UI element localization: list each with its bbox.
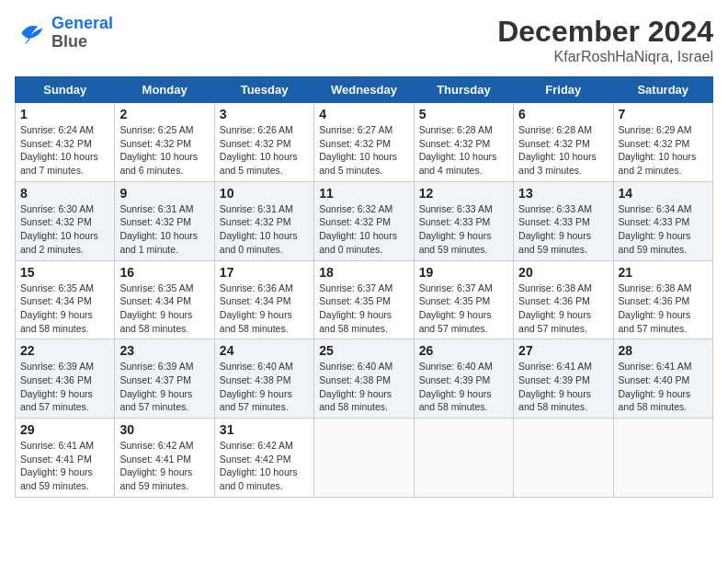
calendar-cell: 2Sunrise: 6:25 AMSunset: 4:32 PMDaylight… [115, 103, 214, 182]
day-info: Sunrise: 6:34 AMSunset: 4:33 PMDaylight:… [619, 202, 708, 257]
day-info: Sunrise: 6:40 AMSunset: 4:39 PMDaylight:… [419, 360, 508, 414]
day-info: Sunrise: 6:38 AMSunset: 4:36 PMDaylight:… [619, 282, 708, 336]
calendar-cell: 4Sunrise: 6:27 AMSunset: 4:32 PMDaylight… [314, 103, 414, 182]
day-info: Sunrise: 6:33 AMSunset: 4:33 PMDaylight:… [518, 202, 608, 257]
calendar-cell: 6Sunrise: 6:28 AMSunset: 4:32 PMDaylight… [514, 103, 613, 182]
day-info: Sunrise: 6:26 AMSunset: 4:32 PMDaylight:… [220, 123, 309, 178]
calendar-cell: 11Sunrise: 6:32 AMSunset: 4:32 PMDayligh… [314, 181, 414, 260]
day-number: 1 [20, 107, 109, 121]
calendar-cell: 23Sunrise: 6:39 AMSunset: 4:37 PMDayligh… [115, 339, 214, 419]
day-info: Sunrise: 6:37 AMSunset: 4:35 PMDaylight:… [419, 282, 508, 336]
calendar-header-sunday: Sunday [16, 77, 115, 103]
calendar-header-wednesday: Wednesday [314, 77, 414, 103]
calendar-cell: 26Sunrise: 6:40 AMSunset: 4:39 PMDayligh… [414, 339, 513, 419]
day-info: Sunrise: 6:33 AMSunset: 4:33 PMDaylight:… [419, 202, 508, 257]
calendar-cell: 27Sunrise: 6:41 AMSunset: 4:39 PMDayligh… [514, 339, 613, 419]
day-number: 8 [20, 186, 109, 201]
day-info: Sunrise: 6:41 AMSunset: 4:41 PMDaylight:… [20, 439, 109, 493]
day-number: 5 [419, 107, 508, 121]
day-number: 19 [419, 265, 508, 280]
day-number: 10 [220, 186, 309, 201]
day-info: Sunrise: 6:42 AMSunset: 4:42 PMDaylight:… [220, 439, 309, 493]
day-info: Sunrise: 6:39 AMSunset: 4:37 PMDaylight:… [119, 360, 209, 414]
day-number: 23 [119, 343, 209, 358]
calendar-header-monday: Monday [115, 77, 214, 103]
calendar-cell: 13Sunrise: 6:33 AMSunset: 4:33 PMDayligh… [514, 181, 613, 260]
calendar-week-1: 1Sunrise: 6:24 AMSunset: 4:32 PMDaylight… [16, 103, 713, 182]
calendar-cell: 22Sunrise: 6:39 AMSunset: 4:36 PMDayligh… [16, 339, 115, 419]
calendar-header-friday: Friday [514, 77, 613, 103]
month-title: December 2024 [497, 15, 713, 49]
logo: GeneralBlue [15, 15, 113, 52]
page-header: GeneralBlue December 2024 KfarRoshHaNiqr… [15, 15, 713, 65]
day-info: Sunrise: 6:28 AMSunset: 4:32 PMDaylight:… [419, 123, 508, 178]
logo-text: GeneralBlue [51, 15, 113, 52]
day-info: Sunrise: 6:41 AMSunset: 4:40 PMDaylight:… [619, 360, 708, 414]
calendar-cell: 3Sunrise: 6:26 AMSunset: 4:32 PMDaylight… [214, 103, 313, 182]
day-number: 27 [518, 343, 608, 358]
day-info: Sunrise: 6:31 AMSunset: 4:32 PMDaylight:… [119, 202, 209, 257]
calendar-cell [314, 419, 414, 498]
day-number: 21 [619, 265, 708, 280]
day-info: Sunrise: 6:40 AMSunset: 4:38 PMDaylight:… [319, 360, 408, 414]
calendar-cell: 16Sunrise: 6:35 AMSunset: 4:34 PMDayligh… [115, 260, 214, 339]
calendar-cell: 8Sunrise: 6:30 AMSunset: 4:32 PMDaylight… [16, 181, 115, 260]
calendar-header-thursday: Thursday [414, 77, 513, 103]
day-number: 29 [20, 422, 109, 437]
calendar-cell: 21Sunrise: 6:38 AMSunset: 4:36 PMDayligh… [613, 260, 712, 339]
day-number: 20 [518, 265, 608, 280]
day-number: 22 [20, 343, 109, 358]
day-number: 14 [619, 186, 708, 201]
day-number: 31 [220, 422, 309, 437]
calendar-cell: 14Sunrise: 6:34 AMSunset: 4:33 PMDayligh… [613, 181, 712, 260]
logo-icon [15, 17, 48, 50]
calendar-cell: 5Sunrise: 6:28 AMSunset: 4:32 PMDaylight… [414, 103, 513, 182]
calendar-cell: 12Sunrise: 6:33 AMSunset: 4:33 PMDayligh… [414, 181, 513, 260]
day-number: 3 [220, 107, 309, 121]
day-info: Sunrise: 6:29 AMSunset: 4:32 PMDaylight:… [619, 123, 708, 178]
day-number: 25 [319, 343, 408, 358]
day-info: Sunrise: 6:37 AMSunset: 4:35 PMDaylight:… [319, 282, 408, 336]
day-number: 12 [419, 186, 508, 201]
day-info: Sunrise: 6:31 AMSunset: 4:32 PMDaylight:… [220, 202, 309, 257]
day-info: Sunrise: 6:35 AMSunset: 4:34 PMDaylight:… [20, 282, 109, 336]
calendar-cell: 31Sunrise: 6:42 AMSunset: 4:42 PMDayligh… [214, 419, 313, 498]
day-info: Sunrise: 6:24 AMSunset: 4:32 PMDaylight:… [20, 123, 109, 178]
calendar-week-3: 15Sunrise: 6:35 AMSunset: 4:34 PMDayligh… [16, 260, 713, 339]
calendar-cell [514, 419, 613, 498]
calendar-header-row: SundayMondayTuesdayWednesdayThursdayFrid… [16, 77, 713, 103]
calendar-cell: 19Sunrise: 6:37 AMSunset: 4:35 PMDayligh… [414, 260, 513, 339]
calendar-header-tuesday: Tuesday [214, 77, 313, 103]
day-info: Sunrise: 6:41 AMSunset: 4:39 PMDaylight:… [518, 360, 608, 414]
calendar-week-2: 8Sunrise: 6:30 AMSunset: 4:32 PMDaylight… [16, 181, 713, 260]
day-info: Sunrise: 6:35 AMSunset: 4:34 PMDaylight:… [119, 282, 209, 336]
day-number: 6 [518, 107, 608, 121]
day-info: Sunrise: 6:27 AMSunset: 4:32 PMDaylight:… [319, 123, 408, 178]
calendar-cell: 15Sunrise: 6:35 AMSunset: 4:34 PMDayligh… [16, 260, 115, 339]
day-number: 4 [319, 107, 408, 121]
day-number: 15 [20, 265, 109, 280]
day-number: 2 [119, 107, 209, 121]
day-info: Sunrise: 6:25 AMSunset: 4:32 PMDaylight:… [119, 123, 209, 178]
calendar-cell: 17Sunrise: 6:36 AMSunset: 4:34 PMDayligh… [214, 260, 313, 339]
day-number: 11 [319, 186, 408, 201]
calendar-table: SundayMondayTuesdayWednesdayThursdayFrid… [15, 76, 713, 498]
day-info: Sunrise: 6:40 AMSunset: 4:38 PMDaylight:… [220, 360, 309, 414]
calendar-header-saturday: Saturday [613, 77, 712, 103]
calendar-cell: 28Sunrise: 6:41 AMSunset: 4:40 PMDayligh… [613, 339, 712, 419]
day-info: Sunrise: 6:38 AMSunset: 4:36 PMDaylight:… [518, 282, 608, 336]
day-number: 18 [319, 265, 408, 280]
day-number: 24 [220, 343, 309, 358]
calendar-cell: 25Sunrise: 6:40 AMSunset: 4:38 PMDayligh… [314, 339, 414, 419]
day-info: Sunrise: 6:42 AMSunset: 4:41 PMDaylight:… [119, 439, 209, 493]
calendar-cell: 20Sunrise: 6:38 AMSunset: 4:36 PMDayligh… [514, 260, 613, 339]
calendar-cell: 29Sunrise: 6:41 AMSunset: 4:41 PMDayligh… [16, 419, 115, 498]
day-info: Sunrise: 6:36 AMSunset: 4:34 PMDaylight:… [220, 282, 309, 336]
calendar-cell: 1Sunrise: 6:24 AMSunset: 4:32 PMDaylight… [16, 103, 115, 182]
calendar-cell: 7Sunrise: 6:29 AMSunset: 4:32 PMDaylight… [613, 103, 712, 182]
day-info: Sunrise: 6:28 AMSunset: 4:32 PMDaylight:… [518, 123, 608, 178]
calendar-cell [414, 419, 513, 498]
day-info: Sunrise: 6:30 AMSunset: 4:32 PMDaylight:… [20, 202, 109, 257]
day-number: 7 [619, 107, 708, 121]
calendar-cell: 24Sunrise: 6:40 AMSunset: 4:38 PMDayligh… [214, 339, 313, 419]
